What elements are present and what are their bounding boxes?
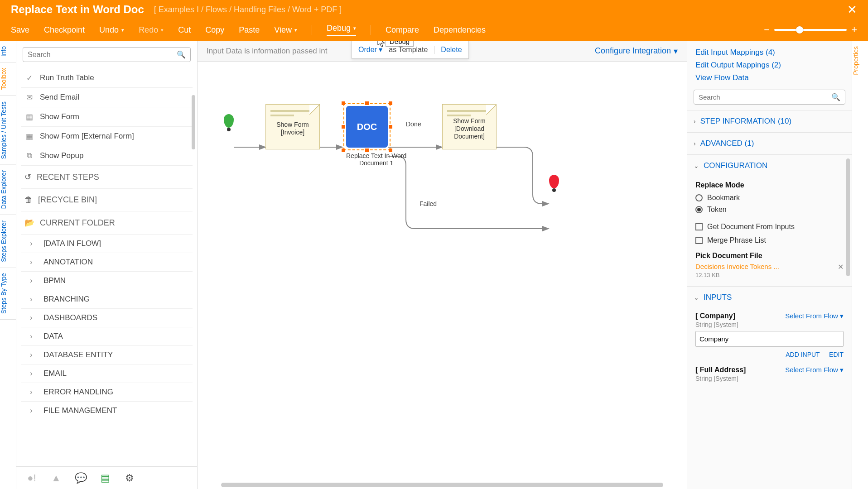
toolbox-item-show-form-external[interactable]: ▦Show Form [External Form]	[21, 127, 193, 146]
paste-button[interactable]: Paste	[239, 25, 260, 35]
folder-branching[interactable]: ›BRANCHING	[21, 290, 193, 309]
tab-info[interactable]: Info	[0, 41, 16, 62]
checkbox-get-document[interactable]: Get Document From Inputs	[695, 220, 844, 234]
radio-token[interactable]: Token	[695, 204, 844, 216]
folder-error-handling[interactable]: ›ERROR HANDLING	[21, 383, 193, 402]
folder-annotation[interactable]: ›ANNOTATION	[21, 253, 193, 272]
picked-file: Decisions Invoice Tokens ... ✕ 12.13 KB	[695, 263, 844, 279]
section-step-information[interactable]: › STEP INFORMATION (10)	[687, 110, 852, 132]
folder-bpmn[interactable]: ›BPMN	[21, 272, 193, 290]
section-configuration[interactable]: ⌄ CONFIGURATION	[687, 154, 852, 177]
toolbox-item-show-popup[interactable]: ⧉Show Popup	[21, 146, 193, 166]
edge-done-label: Done	[406, 120, 421, 128]
node-label: Replace Text In Word Document 1	[346, 152, 406, 167]
start-node[interactable]	[224, 114, 234, 128]
chevron-down-icon: ▾	[353, 25, 356, 31]
search-icon[interactable]: 🔍	[831, 93, 840, 101]
compare-button[interactable]: Compare	[386, 25, 419, 35]
gear-icon[interactable]: ⚙	[123, 472, 136, 484]
edit-input-button[interactable]: EDIT	[829, 351, 844, 358]
section-recycle-bin[interactable]: 🗑[RECYCLE BIN]	[21, 189, 193, 211]
tab-data-explorer[interactable]: Data Explorer	[0, 165, 16, 215]
input-company-action[interactable]: Select From Flow ▾	[785, 312, 844, 320]
zoom-slider[interactable]	[774, 29, 847, 31]
folder-dashboards[interactable]: ›DASHBOARDS	[21, 309, 193, 327]
node-doc-selected[interactable]: DOC Replace Text In Word Document 1	[346, 106, 406, 167]
warning-icon[interactable]: ▲	[50, 472, 63, 484]
search-input[interactable]	[28, 51, 177, 59]
properties-search[interactable]: 🔍	[694, 90, 845, 105]
debug-button[interactable]: Debug▾	[327, 24, 356, 36]
input-full-address-type: String [System]	[695, 375, 844, 385]
section-advanced[interactable]: › ADVANCED (1)	[687, 132, 852, 154]
left-tabstrip: Info Toolbox Samples / Unit Tests Data E…	[0, 41, 16, 489]
save-button[interactable]: Save	[11, 25, 29, 35]
add-input-button[interactable]: ADD INPUT	[786, 351, 820, 358]
cut-button[interactable]: Cut	[178, 25, 191, 35]
close-icon[interactable]: ✕	[847, 3, 857, 17]
tab-properties[interactable]: Properties	[852, 41, 859, 81]
input-company-value[interactable]	[695, 331, 844, 347]
input-full-address-action[interactable]: Select From Flow ▾	[785, 366, 844, 374]
view-button[interactable]: View▾	[274, 25, 297, 35]
tab-toolbox[interactable]: Toolbox	[0, 62, 16, 96]
tab-steps-explorer[interactable]: Steps Explorer	[0, 215, 16, 268]
folder-database-entity[interactable]: ›DATABASE ENTITY	[21, 346, 193, 364]
error-icon[interactable]: ●!	[25, 472, 38, 484]
popover-order[interactable]: Order ▾	[358, 45, 382, 54]
section-inputs[interactable]: ⌄ INPUTS	[687, 286, 852, 308]
scrollbar-thumb[interactable]	[846, 158, 850, 276]
chevron-right-icon: ›	[30, 295, 36, 304]
tab-samples[interactable]: Samples / Unit Tests	[0, 96, 16, 165]
popover-delete[interactable]: Delete	[441, 46, 462, 54]
folder-data-in-flow[interactable]: ›[DATA IN FLOW]	[21, 235, 193, 253]
separator	[371, 25, 371, 35]
chat-icon[interactable]: 💬	[74, 472, 87, 484]
chevron-down-icon: ▾	[121, 27, 124, 33]
menu-bar: Save Checkpoint Undo▾ Redo▾ Cut Copy Pas…	[0, 19, 868, 41]
link-view-flow-data[interactable]: View Flow Data	[687, 72, 852, 84]
section-recent-steps[interactable]: ↺RECENT STEPS	[21, 166, 193, 189]
zoom-control: − +	[764, 24, 857, 36]
folder-email[interactable]: ›EMAIL	[21, 364, 193, 383]
radio-bookmark[interactable]: Bookmark	[695, 192, 844, 204]
link-edit-input-mappings[interactable]: Edit Input Mappings (4)	[687, 46, 852, 59]
copy-button[interactable]: Copy	[205, 25, 224, 35]
link-edit-output-mappings[interactable]: Edit Output Mappings (2)	[687, 59, 852, 72]
popover-as-template[interactable]: as Template	[389, 46, 428, 54]
notes-icon[interactable]: ▤	[99, 472, 111, 484]
section-current-folder[interactable]: 📂CURRENT FOLDER	[21, 211, 193, 235]
check-icon: ✓	[24, 73, 34, 83]
zoom-in-icon[interactable]: +	[851, 24, 857, 36]
chevron-right-icon: ›	[30, 350, 36, 360]
node-show-form-invoice[interactable]: Show Form [Invoice]	[265, 104, 320, 149]
properties-search-input[interactable]	[699, 93, 831, 101]
toolbox-item-run-truth-table[interactable]: ✓Run Truth Table	[21, 68, 193, 88]
top-bar: Replace Text in Word Doc [ Examples I / …	[0, 0, 868, 41]
search-icon[interactable]: 🔍	[177, 50, 186, 59]
canvas-scrollbar[interactable]	[202, 483, 682, 487]
scrollbar-thumb[interactable]	[192, 95, 195, 149]
dependencies-button[interactable]: Dependencies	[434, 25, 486, 35]
zoom-out-icon[interactable]: −	[764, 24, 770, 36]
end-node[interactable]	[549, 175, 559, 188]
toolbox-item-send-email[interactable]: ✉Send Email	[21, 88, 193, 107]
folder-data[interactable]: ›DATA	[21, 327, 193, 346]
redo-button[interactable]: Redo▾	[139, 25, 164, 35]
file-name[interactable]: Decisions Invoice Tokens ...	[695, 263, 779, 270]
checkbox-merge-phrase[interactable]: Merge Phrase List	[695, 234, 844, 247]
tab-steps-by-type[interactable]: Steps By Type	[0, 268, 16, 320]
trash-icon: 🗑	[24, 195, 33, 205]
chevron-down-icon: ▾	[161, 27, 164, 33]
configure-integration-button[interactable]: Configure Integration ▾	[595, 46, 678, 56]
undo-button[interactable]: Undo▾	[99, 25, 124, 35]
chevron-right-icon: ›	[30, 276, 36, 285]
popup-icon: ⧉	[24, 151, 34, 161]
toolbox-item-show-form[interactable]: ▦Show Form	[21, 107, 193, 127]
toolbox-search[interactable]: 🔍	[23, 47, 191, 62]
node-show-form-download[interactable]: Show Form [Download Document]	[442, 104, 497, 149]
remove-file-icon[interactable]: ✕	[838, 263, 844, 271]
flow-canvas[interactable]: Input Data is information passed int Con…	[198, 41, 687, 489]
checkpoint-button[interactable]: Checkpoint	[44, 25, 85, 35]
folder-file-management[interactable]: ›FILE MANAGEMENT	[21, 402, 193, 420]
